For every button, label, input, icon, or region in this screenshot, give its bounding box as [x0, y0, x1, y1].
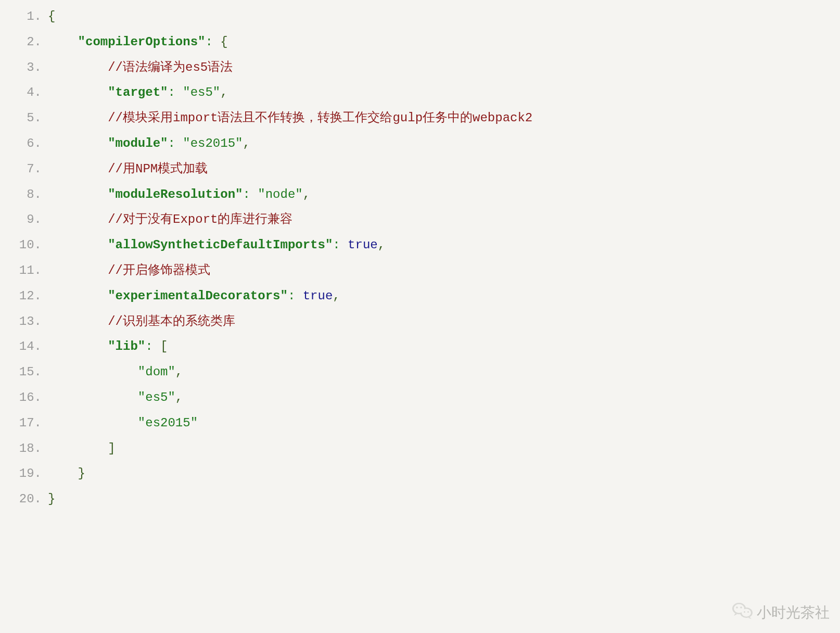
code-block: 1.{2. "compilerOptions": {3. //语法编译为es5语… [0, 0, 840, 512]
code-content: "module": "es2015", [48, 131, 250, 157]
token: : [205, 35, 212, 49]
code-content: "dom", [48, 360, 183, 385]
code-line: 2. "compilerOptions": { [0, 30, 840, 55]
token: "moduleResolution" [108, 187, 243, 201]
line-number: 20. [0, 487, 48, 512]
wechat-icon [732, 601, 754, 624]
line-number: 16. [0, 385, 48, 411]
code-line: 17. "es2015" [0, 411, 840, 436]
token [153, 339, 160, 353]
code-content: //识别基本的系统类库 [48, 309, 235, 335]
line-number: 19. [0, 461, 48, 487]
token: true [303, 289, 333, 303]
token: "module" [108, 136, 168, 150]
token: , [333, 289, 340, 303]
token: , [220, 85, 227, 99]
token: , [243, 136, 250, 150]
code-content: //用NPM模式加载 [48, 157, 208, 182]
token: //对于没有Export的库进行兼容 [108, 212, 292, 226]
line-number: 18. [0, 436, 48, 462]
token: "dom" [138, 365, 175, 379]
token: : [333, 238, 340, 252]
token: { [48, 9, 55, 23]
token: //开启修饰器模式 [108, 263, 210, 277]
code-content: "allowSyntheticDefaultImports": true, [48, 233, 385, 258]
token [175, 85, 183, 99]
token: "lib" [108, 339, 145, 353]
token [213, 35, 220, 49]
code-content: ] [48, 436, 116, 462]
token: { [220, 35, 227, 49]
token: : [243, 187, 250, 201]
token [295, 289, 302, 303]
line-number: 2. [0, 30, 48, 55]
token: "target" [108, 85, 168, 99]
token: , [175, 390, 183, 404]
line-number: 14. [0, 334, 48, 360]
token [250, 187, 258, 201]
code-line: 7. //用NPM模式加载 [0, 157, 840, 182]
token: , [378, 238, 385, 252]
code-line: 4. "target": "es5", [0, 80, 840, 106]
watermark-text: 小时光茶社 [757, 603, 830, 623]
token: true [348, 238, 378, 252]
token: : [168, 136, 175, 150]
token: : [288, 289, 295, 303]
code-line: 19. } [0, 461, 840, 487]
token: } [78, 466, 85, 480]
line-number: 12. [0, 284, 48, 309]
line-number: 10. [0, 233, 48, 258]
code-line: 16. "es5", [0, 385, 840, 411]
line-number: 6. [0, 131, 48, 157]
token: [ [160, 339, 168, 353]
code-content: //模块采用import语法且不作转换，转换工作交给gulp任务中的webpac… [48, 106, 532, 131]
code-line: 8. "moduleResolution": "node", [0, 182, 840, 208]
svg-point-3 [734, 604, 744, 613]
code-line: 20.} [0, 487, 840, 512]
code-line: 15. "dom", [0, 360, 840, 385]
token: "allowSyntheticDefaultImports" [108, 238, 333, 252]
code-line: 1.{ [0, 4, 840, 30]
code-line: 11. //开启修饰器模式 [0, 258, 840, 284]
line-number: 8. [0, 182, 48, 208]
code-content: "target": "es5", [48, 80, 228, 106]
token: //模块采用import语法且不作转换，转换工作交给gulp任务中的webpac… [108, 111, 532, 125]
token: "es5" [183, 85, 220, 99]
watermark: 小时光茶社 [732, 601, 830, 624]
svg-point-5 [740, 606, 742, 609]
line-number: 17. [0, 411, 48, 436]
token [175, 136, 183, 150]
token: //语法编译为es5语法 [108, 60, 233, 74]
token: : [168, 85, 175, 99]
line-number: 15. [0, 360, 48, 385]
token: , [175, 365, 183, 379]
token: "es2015" [183, 136, 243, 150]
code-content: //开启修饰器模式 [48, 258, 210, 284]
token: "es2015" [138, 416, 198, 430]
token: //识别基本的系统类库 [108, 314, 235, 328]
code-line: 3. //语法编译为es5语法 [0, 55, 840, 81]
code-line: 9. //对于没有Export的库进行兼容 [0, 207, 840, 233]
line-number: 1. [0, 4, 48, 30]
token: "es5" [138, 390, 175, 404]
token [340, 238, 348, 252]
token: //用NPM模式加载 [108, 162, 208, 176]
code-content: "compilerOptions": { [48, 30, 228, 55]
code-line: 14. "lib": [ [0, 334, 840, 360]
code-content: "lib": [ [48, 334, 168, 360]
line-number: 4. [0, 80, 48, 106]
code-line: 13. //识别基本的系统类库 [0, 309, 840, 335]
code-content: "es2015" [48, 411, 198, 436]
code-content: //对于没有Export的库进行兼容 [48, 207, 292, 233]
token: ] [108, 441, 115, 455]
token: "node" [258, 187, 302, 201]
svg-point-7 [747, 611, 749, 613]
code-content: { [48, 4, 55, 30]
token: , [303, 187, 310, 201]
code-line: 6. "module": "es2015", [0, 131, 840, 157]
token: } [48, 492, 55, 506]
line-number: 3. [0, 55, 48, 81]
svg-point-6 [744, 611, 745, 613]
code-content: } [48, 487, 55, 512]
token: "experimentalDecorators" [108, 289, 288, 303]
